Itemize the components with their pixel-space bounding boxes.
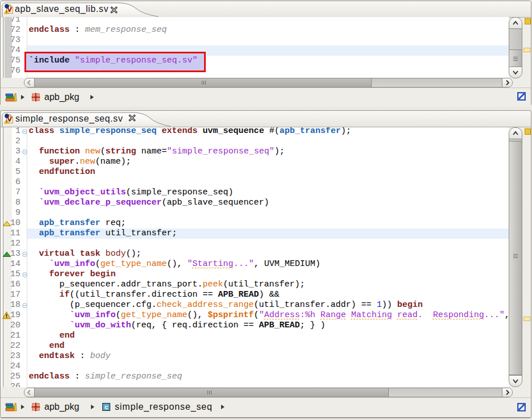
svg-text:c: c bbox=[105, 404, 108, 410]
